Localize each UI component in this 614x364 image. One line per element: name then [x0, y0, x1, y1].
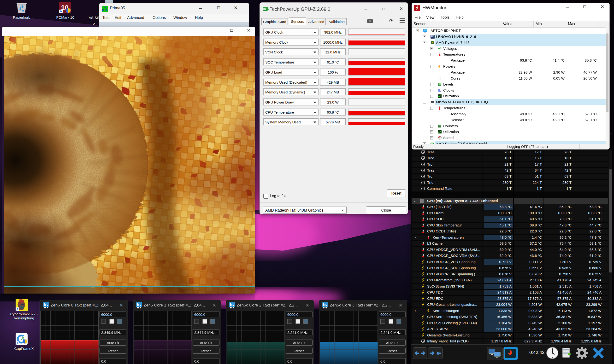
svg-text:P: P: [105, 6, 106, 9]
